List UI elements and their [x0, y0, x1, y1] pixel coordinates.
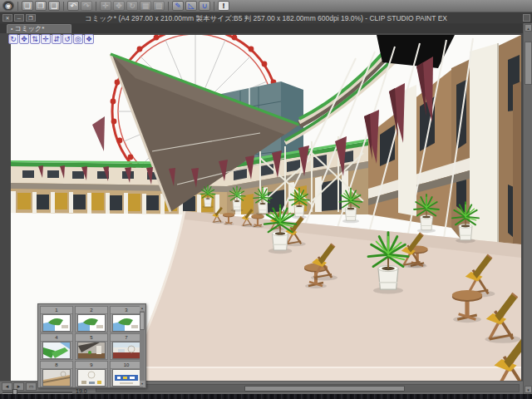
- object-rotate-icon[interactable]: ↺: [62, 34, 72, 44]
- object-move-icon[interactable]: ✛: [41, 34, 51, 44]
- scroll-down-icon[interactable]: ▾: [525, 386, 532, 393]
- page-number: 9: [76, 362, 107, 369]
- page-item[interactable]: 5: [75, 333, 108, 360]
- page-thumbnail[interactable]: [112, 342, 140, 359]
- page-item[interactable]: 9: [75, 361, 108, 387]
- page-thumbnail[interactable]: [42, 314, 71, 332]
- snap-settings-icon: ✛: [100, 1, 111, 11]
- page-number: 3: [111, 307, 142, 314]
- page-thumbnail[interactable]: [77, 369, 106, 387]
- page-item[interactable]: 4: [40, 333, 73, 360]
- vertical-scroll-thumb[interactable]: [525, 42, 532, 85]
- clip-studio-window: ◉ ❏ ❐ ❑ ↶ ↷ ✛ ✥ ↻ ▦ ▧ ✎ ◺ ∪ ! ✕ ─ ❐ コミック…: [0, 0, 532, 399]
- page-manager-scroll-thumb[interactable]: [140, 312, 145, 330]
- page-thumbnail[interactable]: [42, 369, 71, 387]
- object-snap-icon[interactable]: ❖: [84, 34, 94, 44]
- page-number: 2: [76, 307, 107, 314]
- panel-corner-button[interactable]: [523, 14, 530, 22]
- page-manager-scrollbar[interactable]: ▴ ▾: [140, 305, 145, 387]
- selection-launcher-icon: ▧: [153, 1, 165, 11]
- page-item[interactable]: 7: [110, 333, 143, 360]
- page-number: 4: [41, 334, 72, 342]
- camera-translate-icon[interactable]: ✥: [19, 34, 29, 44]
- desktop-edge-strip: [0, 394, 532, 399]
- page-number: 5: [76, 334, 107, 342]
- page-item[interactable]: 8: [40, 361, 73, 387]
- separator: [63, 2, 64, 11]
- horizontal-scroll-thumb[interactable]: [244, 386, 405, 392]
- zoom-percentage: 19.0: [76, 388, 87, 394]
- camera-dolly-icon[interactable]: ⇅: [30, 34, 40, 44]
- page-item[interactable]: 3: [110, 306, 143, 332]
- redo-icon: ↷: [81, 1, 92, 11]
- horizontal-scrollbar[interactable]: [96, 384, 520, 392]
- separator: [214, 2, 214, 11]
- page-thumbnail[interactable]: [77, 342, 106, 359]
- new-document-icon[interactable]: ❏: [22, 1, 33, 11]
- page-thumbnail[interactable]: [77, 314, 106, 332]
- undo-icon[interactable]: ↶: [67, 1, 79, 11]
- page-number: 7: [111, 334, 142, 342]
- page-number: 8: [41, 362, 72, 369]
- information-icon[interactable]: !: [218, 1, 229, 11]
- save-file-icon[interactable]: ❑: [48, 1, 60, 11]
- scroll-up-icon[interactable]: ▴: [525, 24, 532, 32]
- document-title-bar: ✕ ─ ❐ コミック* (A4 297.00 x 210.00mm 製本サイズ:…: [0, 12, 532, 24]
- page-item[interactable]: 2: [75, 306, 108, 332]
- page-item[interactable]: 1: [40, 306, 73, 332]
- object-vertical-move-icon[interactable]: ⇵: [52, 34, 62, 44]
- page-thumbnail[interactable]: [112, 369, 140, 387]
- page-thumbnail[interactable]: [42, 342, 71, 359]
- scroll-down-icon[interactable]: ▾: [140, 381, 145, 387]
- tab-label: コミック*: [14, 25, 44, 32]
- command-bar: ◉ ❏ ❐ ❑ ↶ ↷ ✛ ✥ ↻ ▦ ▧ ✎ ◺ ∪ !: [0, 0, 532, 12]
- modified-indicator-icon: •: [11, 26, 12, 32]
- page-number: 10: [111, 362, 142, 369]
- separator: [17, 2, 18, 11]
- scroll-up-icon[interactable]: ▴: [140, 305, 145, 311]
- snap-to-grid-icon[interactable]: ∪: [199, 1, 210, 11]
- open-file-icon[interactable]: ❐: [35, 1, 47, 11]
- snap-to-ruler-icon[interactable]: ✎: [172, 1, 184, 11]
- vertical-scrollbar[interactable]: ▴ ▾: [523, 23, 532, 394]
- move-tool-icon: ✥: [113, 1, 125, 11]
- page-number: 1: [41, 307, 72, 314]
- object-plane-rotate-icon[interactable]: ◎: [73, 34, 83, 44]
- page-thumbnail[interactable]: [112, 314, 140, 332]
- tab-comic-document[interactable]: •コミック*: [7, 24, 71, 33]
- clip-studio-logo[interactable]: ◉: [2, 1, 14, 11]
- fit-to-screen-button[interactable]: ▭: [26, 382, 37, 391]
- page-manager-panel: 1 2 3 4: [37, 303, 146, 388]
- separator: [168, 2, 169, 11]
- rotate-view-icon: ↻: [126, 1, 138, 11]
- separator: [96, 2, 96, 11]
- object-launcher: ↻ ✥ ⇅ ✛ ⇵ ↺ ◎ ❖: [8, 34, 95, 44]
- grid-icon: ▦: [140, 1, 151, 11]
- snap-to-special-ruler-icon[interactable]: ◺: [185, 1, 197, 11]
- camera-rotate-icon[interactable]: ↻: [8, 34, 18, 44]
- previous-page-button[interactable]: ◄: [2, 382, 12, 391]
- page-item[interactable]: 10: [110, 361, 143, 387]
